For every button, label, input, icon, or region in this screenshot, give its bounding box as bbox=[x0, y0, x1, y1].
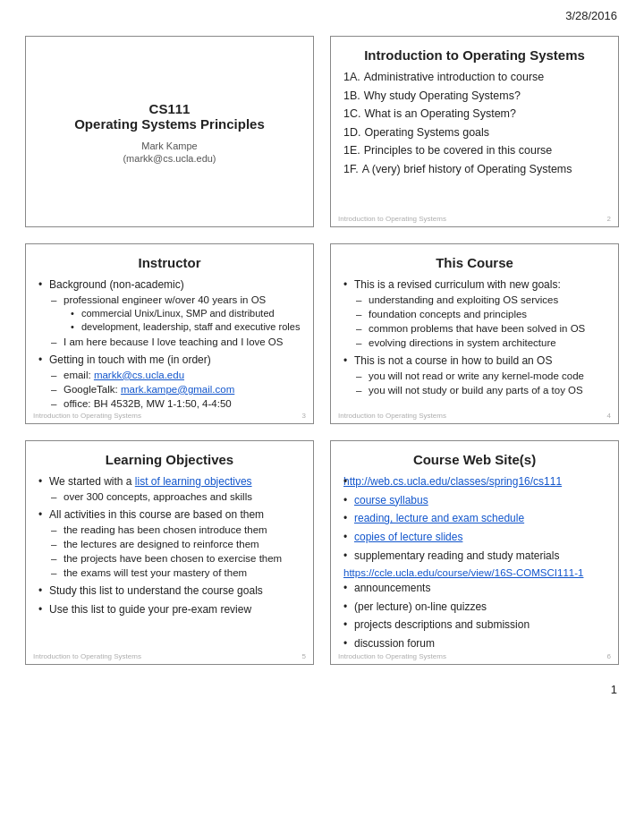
slide3-contact-email: email: markk@cs.ucla.edu bbox=[49, 368, 301, 382]
email-link[interactable]: markk@cs.ucla.edu bbox=[94, 370, 184, 380]
slide5-footer-num: 5 bbox=[302, 652, 306, 660]
slide3-sub-2: I am here because I love teaching and I … bbox=[49, 335, 301, 349]
slide-5: Learning Objectives We started with a li… bbox=[25, 440, 314, 665]
slide3-subsub-2: development, leadership, staff and execu… bbox=[64, 320, 301, 334]
ccle-link[interactable]: https://ccle.ucla.edu/course/view/16S-CO… bbox=[343, 567, 583, 578]
slide5-footer: Introduction to Operating Systems bbox=[33, 652, 141, 660]
slide6-syllabus: course syllabus bbox=[343, 493, 606, 508]
slide5-sub-4: the projects have been chosen to exercis… bbox=[49, 551, 301, 566]
slide4-sub-4: evolving directions in system architectu… bbox=[354, 336, 606, 350]
slide3-title: Instructor bbox=[38, 255, 301, 270]
slide6-forum: discussion forum bbox=[343, 636, 606, 651]
slide2-item-1a: 1A.Administrative introduction to course bbox=[343, 70, 606, 86]
slide3-footer-num: 3 bbox=[302, 412, 306, 420]
slide1-title-line2: Operating Systems Principles bbox=[74, 116, 265, 132]
slide3-subsub-1: commercial Unix/Linux, SMP and distribut… bbox=[64, 307, 301, 320]
slide4-sub-1: understanding and exploiting OS services bbox=[354, 293, 606, 307]
slide2-item-1b: 1B.Why study Operating Systems? bbox=[343, 89, 606, 105]
slide3-footer: Introduction to Operating Systems bbox=[33, 412, 141, 420]
slide3-contact-googletalk: GoogleTalk: mark.kampe@gmail.com bbox=[49, 382, 301, 396]
slide4-sub-2: foundation concepts and principles bbox=[354, 307, 606, 321]
slide-grid: CS111 Operating Systems Principles Mark … bbox=[0, 27, 644, 674]
slide-2: Introduction to Operating Systems 1A.Adm… bbox=[330, 36, 619, 227]
page-number: 1 bbox=[0, 674, 644, 705]
slide-1: CS111 Operating Systems Principles Mark … bbox=[25, 36, 314, 227]
slide5-bullet-4: Use this list to guide your pre-exam rev… bbox=[38, 602, 301, 617]
slide2-footer-num: 2 bbox=[607, 215, 611, 223]
slide3-contact-office: office: BH 4532B, MW 1-1:50, 4-4:50 bbox=[49, 396, 301, 411]
slide3-bullets: Background (non-academic) professional e… bbox=[38, 277, 301, 411]
slide5-bullet-1: We started with a list of learning objec… bbox=[38, 474, 301, 504]
slide3-bullet-1: Background (non-academic) professional e… bbox=[38, 277, 301, 349]
slide3-sub-1: professional engineer w/over 40 years in… bbox=[49, 293, 301, 335]
slide1-author: Mark Kampe bbox=[141, 140, 197, 151]
slide4-sub-6: you will not study or build any parts of… bbox=[354, 383, 606, 397]
slide1-title: CS111 Operating Systems Principles bbox=[74, 101, 265, 132]
slide5-sub-1: over 300 concepts, approaches and skills bbox=[49, 489, 301, 504]
slide5-sub-2: the reading has been chosen introduce th… bbox=[49, 523, 301, 537]
slide5-bullet-2: All activities in this course are based … bbox=[38, 507, 301, 580]
slide6-quizzes: (per lecture) on-line quizzes bbox=[343, 600, 606, 615]
slide6-projects: projects descriptions and submission bbox=[343, 617, 606, 633]
slide4-footer-num: 4 bbox=[607, 412, 611, 420]
slide2-title: Introduction to Operating Systems bbox=[343, 47, 606, 63]
slide4-bullet-2: This is not a course in how to build an … bbox=[343, 353, 606, 397]
googletalk-link[interactable]: mark.kampe@gmail.com bbox=[121, 384, 234, 395]
slide2-item-1c: 1C.What is an Operating System? bbox=[343, 106, 606, 123]
syllabus-link[interactable]: course syllabus bbox=[354, 494, 428, 506]
slide2-footer: Introduction to Operating Systems bbox=[338, 215, 446, 223]
slide6-link-1: http://web.cs.ucla.edu/classes/spring16/… bbox=[343, 474, 606, 489]
slide2-item-1e: 1E.Principles to be covered in this cour… bbox=[343, 143, 606, 159]
slide2-item-1d: 1D.Operating Systems goals bbox=[343, 125, 606, 141]
slide3-bullet-2: Getting in touch with me (in order) emai… bbox=[38, 353, 301, 411]
slide4-sub-3: common problems that have been solved in… bbox=[354, 321, 606, 336]
slide6-slides: copies of lecture slides bbox=[343, 530, 606, 545]
slides-link[interactable]: copies of lecture slides bbox=[354, 531, 462, 543]
slide5-bullets: We started with a list of learning objec… bbox=[38, 474, 301, 617]
title-slide-content: CS111 Operating Systems Principles Mark … bbox=[38, 47, 301, 217]
schedule-link[interactable]: reading, lecture and exam schedule bbox=[354, 512, 524, 524]
slide-4: This Course This is a revised curriculum… bbox=[330, 243, 619, 424]
slide5-sub-3: the lectures are designed to reinforce t… bbox=[49, 537, 301, 551]
slide6-footer-num: 6 bbox=[607, 652, 611, 660]
slide-3: Instructor Background (non-academic) pro… bbox=[25, 243, 314, 424]
learning-objectives-link[interactable]: list of learning objectives bbox=[135, 475, 252, 488]
slide2-list: 1A.Administrative introduction to course… bbox=[343, 70, 606, 177]
slide4-bullets: This is a revised curriculum with new go… bbox=[343, 277, 606, 397]
slide5-bullet-3: Study this list to understand the course… bbox=[38, 583, 301, 599]
slide5-sub-5: the exams will test your mastery of them bbox=[49, 566, 301, 580]
slide1-email: (markk@cs.ucla.edu) bbox=[123, 153, 216, 164]
slide6-footer: Introduction to Operating Systems bbox=[338, 652, 446, 660]
slide4-footer: Introduction to Operating Systems bbox=[338, 412, 446, 420]
slide6-supplementary: supplementary reading and study material… bbox=[343, 549, 606, 564]
slide5-title: Learning Objectives bbox=[38, 452, 301, 467]
slide6-links: http://web.cs.ucla.edu/classes/spring16/… bbox=[343, 474, 606, 489]
slide6-announcements: announcements bbox=[343, 581, 606, 596]
slide6-schedule: reading, lecture and exam schedule bbox=[343, 511, 606, 526]
slide4-title: This Course bbox=[343, 255, 606, 270]
course-site-link[interactable]: http://web.cs.ucla.edu/classes/spring16/… bbox=[343, 475, 562, 488]
slide6-title: Course Web Site(s) bbox=[343, 452, 606, 467]
slide1-title-line1: CS111 bbox=[149, 101, 191, 116]
slide6-sub-links: course syllabus reading, lecture and exa… bbox=[343, 493, 606, 564]
page-date: 3/28/2016 bbox=[0, 0, 644, 27]
slide4-sub-5: you will not read or write any kernel-mo… bbox=[354, 369, 606, 383]
slide6-bullets: announcements (per lecture) on-line quiz… bbox=[343, 581, 606, 651]
slide-6: Course Web Site(s) http://web.cs.ucla.ed… bbox=[330, 440, 619, 665]
slide4-bullet-1: This is a revised curriculum with new go… bbox=[343, 277, 606, 350]
slide2-item-1f: 1F.A (very) brief history of Operating S… bbox=[343, 162, 606, 178]
